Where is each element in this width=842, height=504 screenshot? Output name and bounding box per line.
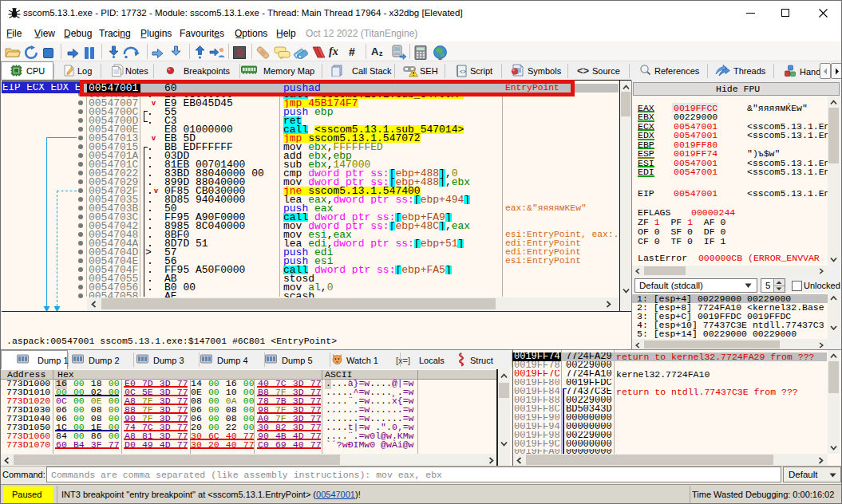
svg-text:<>: <> xyxy=(460,69,466,75)
